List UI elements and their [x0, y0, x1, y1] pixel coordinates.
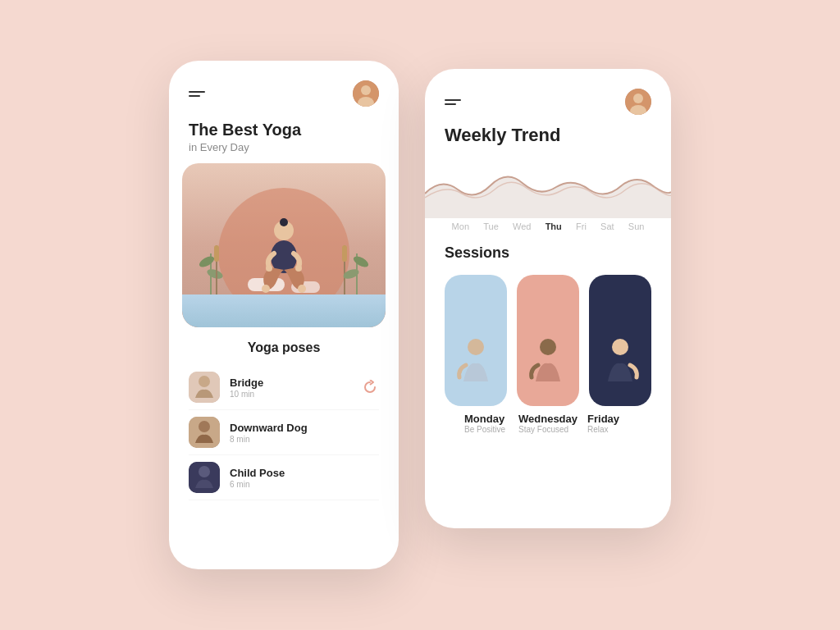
- pose-action-placeholder-2: [361, 468, 379, 486]
- svg-point-23: [199, 421, 210, 432]
- pose-item[interactable]: Bridge 10 min: [189, 365, 379, 410]
- svg-point-1: [361, 85, 371, 95]
- session-day-sub-wednesday: Stay Focused: [518, 425, 578, 434]
- avatar[interactable]: [353, 80, 379, 107]
- svg-point-31: [612, 339, 628, 355]
- day-mon[interactable]: Mon: [452, 221, 469, 231]
- right-header: [425, 69, 671, 115]
- pose-name-child-pose: Child Pose: [230, 467, 351, 479]
- svg-point-17: [295, 265, 302, 272]
- pose-duration-child-pose: 6 min: [230, 480, 351, 489]
- pose-duration-downward-dog: 8 min: [230, 435, 351, 444]
- day-sun[interactable]: Sun: [628, 221, 645, 231]
- svg-point-29: [468, 339, 484, 355]
- svg-point-11: [352, 254, 369, 270]
- pose-name-downward-dog: Downward Dog: [230, 422, 351, 434]
- right-phone: Weekly Trend Mon Tue Wed Thu Fri Sat Sun: [425, 69, 671, 528]
- session-day-sub-friday: Relax: [587, 425, 632, 434]
- day-sat[interactable]: Sat: [600, 221, 614, 231]
- session-figure-monday: [451, 332, 500, 398]
- svg-point-14: [280, 218, 288, 226]
- hero-title-area: The Best Yoga in Every Day: [169, 107, 399, 153]
- svg-point-19: [298, 285, 306, 293]
- session-detail-monday: Monday Be Positive: [464, 413, 509, 434]
- avatar-right[interactable]: [625, 89, 651, 115]
- pose-name-bridge: Bridge: [230, 377, 351, 389]
- pose-item[interactable]: Downward Dog 8 min: [189, 410, 379, 455]
- pose-info-downward-dog: Downward Dog 8 min: [230, 422, 351, 444]
- session-figure-friday: [596, 332, 645, 398]
- yoga-figure: [251, 214, 317, 304]
- sessions-heading: Sessions: [445, 244, 651, 262]
- day-fri[interactable]: Fri: [576, 221, 587, 231]
- session-day-info: Monday Be Positive Wednesday Stay Focuse…: [445, 413, 651, 434]
- pose-avatar-bridge: [189, 372, 220, 403]
- refresh-button[interactable]: [361, 378, 379, 396]
- plant-left-icon: [199, 237, 223, 303]
- session-day-name-wednesday: Wednesday: [518, 413, 578, 425]
- session-detail-friday: Friday Relax: [587, 413, 632, 434]
- pose-item[interactable]: Child Pose 6 min: [189, 455, 379, 500]
- svg-rect-9: [342, 245, 347, 262]
- hero-illustration: [182, 163, 386, 327]
- day-tue[interactable]: Tue: [483, 221, 499, 231]
- screens-container: The Best Yoga in Every Day: [169, 61, 671, 569]
- svg-point-18: [262, 285, 270, 293]
- session-card-monday[interactable]: [445, 275, 507, 406]
- session-day-sub-monday: Be Positive: [464, 425, 509, 434]
- weekly-trend-title-area: Weekly Trend: [425, 115, 671, 146]
- left-header: [169, 61, 399, 107]
- plant-right-icon: [336, 237, 369, 303]
- svg-point-25: [199, 466, 210, 477]
- poses-heading: Yoga poses: [189, 340, 379, 355]
- svg-point-16: [266, 265, 272, 272]
- left-phone: The Best Yoga in Every Day: [169, 61, 399, 569]
- session-cards: [445, 275, 651, 406]
- poses-section: Yoga poses Bridge 10 min: [169, 327, 399, 500]
- svg-point-4: [199, 254, 216, 270]
- wave-chart: [425, 153, 671, 218]
- pose-action-placeholder: [361, 423, 379, 441]
- weekly-trend-title: Weekly Trend: [445, 125, 651, 146]
- sessions-section: Sessions: [425, 231, 671, 434]
- svg-point-27: [633, 94, 643, 103]
- session-day-name-monday: Monday: [464, 413, 509, 425]
- session-day-name-friday: Friday: [587, 413, 632, 425]
- day-labels: Mon Tue Wed Thu Fri Sat Sun: [425, 221, 671, 231]
- svg-rect-7: [214, 245, 219, 262]
- svg-point-30: [540, 339, 556, 355]
- svg-point-21: [199, 376, 210, 387]
- hero-title: The Best Yoga: [189, 120, 379, 139]
- session-detail-wednesday: Wednesday Stay Focused: [518, 413, 578, 434]
- session-card-friday[interactable]: [589, 275, 651, 406]
- session-card-wednesday[interactable]: [517, 275, 579, 406]
- menu-icon-right[interactable]: [445, 99, 461, 105]
- pose-avatar-downward-dog: [189, 417, 220, 448]
- day-wed[interactable]: Wed: [513, 221, 531, 231]
- pose-duration-bridge: 10 min: [230, 390, 351, 399]
- menu-icon[interactable]: [189, 91, 205, 97]
- hero-subtitle: in Every Day: [189, 141, 379, 153]
- pose-avatar-child-pose: [189, 462, 220, 493]
- session-figure-wednesday: [523, 332, 573, 398]
- pose-info-bridge: Bridge 10 min: [230, 377, 351, 399]
- pose-info-child-pose: Child Pose 6 min: [230, 467, 351, 489]
- day-thu[interactable]: Thu: [546, 221, 562, 231]
